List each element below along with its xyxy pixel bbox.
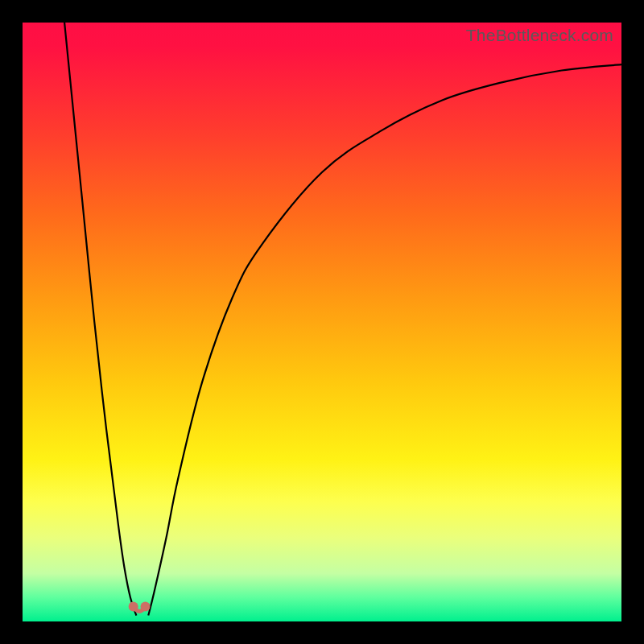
marker-min-left (129, 601, 138, 611)
curve-right-branch (148, 64, 621, 615)
chart-svg (23, 23, 621, 621)
chart-frame: TheBottleneck.com (0, 0, 644, 644)
curve-left-branch (64, 23, 136, 616)
plot-area: TheBottleneck.com (23, 23, 621, 621)
marker-min-right (141, 601, 151, 611)
